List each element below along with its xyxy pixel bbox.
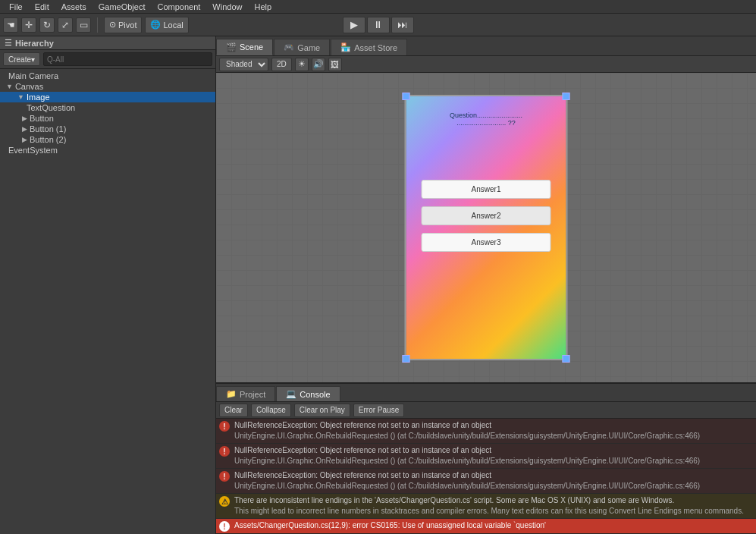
hand-tool-icon[interactable]: ☚ bbox=[3, 17, 18, 33]
scene-tab-icon: 🎬 bbox=[226, 42, 237, 52]
scene-toolbar: Shaded 2D ☀ 🔊 🖼 bbox=[216, 56, 756, 73]
answer1-label: Answer1 bbox=[472, 185, 501, 193]
console-msg-2[interactable]: ! NullReferenceException: Object referen… bbox=[216, 469, 756, 494]
warning-icon-3: ⚠ bbox=[219, 496, 230, 507]
game-canvas: Question........................ .......… bbox=[405, 95, 568, 360]
pivot-icon: ⊙ bbox=[109, 20, 116, 30]
main-layout: ☰ Hierarchy Create ▾ Main Camera ▼ Canva… bbox=[0, 36, 756, 534]
handle-bl[interactable] bbox=[403, 355, 410, 363]
handle-br[interactable] bbox=[563, 355, 570, 363]
hierarchy-items: Main Camera ▼ Canvas ▼ Image TextQuestio… bbox=[0, 69, 215, 534]
hierarchy-icon: ☰ bbox=[5, 38, 12, 48]
console-msg-3[interactable]: ⚠ There are inconsistent line endings in… bbox=[216, 494, 756, 519]
answer2-btn[interactable]: Answer2 bbox=[422, 206, 551, 225]
menu-assets[interactable]: Assets bbox=[55, 2, 93, 12]
clear-on-play-button[interactable]: Clear on Play bbox=[294, 404, 350, 417]
hierarchy-item-button[interactable]: ▶ Button bbox=[0, 113, 215, 124]
menu-gameobject[interactable]: GameObject bbox=[93, 2, 152, 12]
msg-line2-1: UnityEngine.UI.Graphic.OnRebuildRequeste… bbox=[234, 456, 753, 466]
menu-file[interactable]: File bbox=[3, 2, 29, 12]
local-icon: 🌐 bbox=[150, 20, 161, 30]
play-button[interactable]: ▶ bbox=[343, 17, 365, 33]
image-expand-arrow: ▼ bbox=[17, 93, 24, 101]
move-tool-icon[interactable]: ✛ bbox=[21, 17, 36, 33]
hierarchy-item-image[interactable]: ▼ Image bbox=[0, 92, 215, 102]
pivot-button[interactable]: ⊙ Pivot bbox=[104, 17, 142, 33]
msg-line2-3: This might lead to incorrect line number… bbox=[234, 506, 753, 517]
shading-mode-select[interactable]: Shaded bbox=[219, 58, 268, 71]
menu-component[interactable]: Component bbox=[151, 2, 206, 12]
handle-tl[interactable] bbox=[403, 93, 410, 100]
error-pause-button[interactable]: Error Pause bbox=[353, 404, 404, 417]
tab-project[interactable]: 📁 Project bbox=[216, 386, 275, 401]
answer3-label: Answer3 bbox=[472, 238, 501, 247]
create-button[interactable]: Create ▾ bbox=[3, 52, 40, 66]
button1-expand-arrow: ▶ bbox=[22, 125, 27, 133]
bottom-section: 📁 Project 💻 Console Clear Collapse Clear… bbox=[216, 382, 756, 534]
tab-game[interactable]: 🎮 Game bbox=[274, 39, 330, 55]
tabs-bar: 🎬 Scene 🎮 Game 🏪 Asset Store bbox=[216, 36, 756, 56]
msg-line1-2: NullReferenceException: Object reference… bbox=[234, 470, 753, 481]
hierarchy-item-eventsystem[interactable]: EventSystem bbox=[0, 145, 215, 155]
hierarchy-item-canvas[interactable]: ▼ Canvas bbox=[0, 81, 215, 92]
scene-view[interactable]: Question........................ .......… bbox=[216, 73, 756, 382]
answer1-btn[interactable]: Answer1 bbox=[422, 180, 551, 199]
menu-window[interactable]: Window bbox=[206, 2, 248, 12]
button2-expand-arrow: ▶ bbox=[22, 136, 27, 143]
menu-edit[interactable]: Edit bbox=[29, 2, 55, 12]
hierarchy-header: ☰ Hierarchy bbox=[0, 36, 215, 50]
hierarchy-panel: ☰ Hierarchy Create ▾ Main Camera ▼ Canva… bbox=[0, 36, 216, 534]
menu-bar: File Edit Assets GameObject Component Wi… bbox=[0, 0, 756, 14]
console-toolbar: Clear Collapse Clear on Play Error Pause bbox=[216, 402, 756, 419]
console-messages: ! NullReferenceException: Object referen… bbox=[216, 419, 756, 534]
button1-label: Button (1) bbox=[30, 124, 66, 134]
rotate-tool-icon[interactable]: ↻ bbox=[39, 17, 55, 33]
menu-help[interactable]: Help bbox=[248, 2, 278, 12]
local-button[interactable]: 🌐 Local bbox=[145, 17, 188, 33]
msg-line1-4: Assets/ChangerQuestion.cs(12,9): error C… bbox=[234, 520, 753, 531]
canvas-label: Canvas bbox=[15, 82, 43, 91]
hierarchy-item-main-camera[interactable]: Main Camera bbox=[0, 71, 215, 81]
handle-tr[interactable] bbox=[563, 93, 570, 100]
tab-asset-store[interactable]: 🏪 Asset Store bbox=[331, 39, 407, 55]
console-msg-0[interactable]: ! NullReferenceException: Object referen… bbox=[216, 419, 756, 444]
question-line1: Question........................ bbox=[414, 112, 559, 119]
console-icon: 💻 bbox=[286, 389, 296, 399]
collapse-button[interactable]: Collapse bbox=[251, 404, 291, 417]
error-icon-2: ! bbox=[219, 471, 230, 482]
tab-scene[interactable]: 🎬 Scene bbox=[216, 39, 273, 55]
msg-line1-3: There are inconsistent line endings in t… bbox=[234, 495, 753, 506]
2d-mode-button[interactable]: 2D bbox=[271, 58, 292, 71]
rect-tool-icon[interactable]: ▭ bbox=[76, 17, 91, 33]
image-label: Image bbox=[27, 93, 50, 102]
right-content: 🎬 Scene 🎮 Game 🏪 Asset Store Shaded 2D ☀… bbox=[216, 36, 756, 534]
hierarchy-item-textquestion[interactable]: TextQuestion bbox=[0, 102, 215, 113]
eventsystem-label: EventSystem bbox=[8, 146, 58, 155]
msg-line1-0: NullReferenceException: Object reference… bbox=[234, 420, 753, 431]
console-msg-1[interactable]: ! NullReferenceException: Object referen… bbox=[216, 444, 756, 469]
sun-icon[interactable]: ☀ bbox=[295, 58, 309, 71]
audio-icon[interactable]: 🔊 bbox=[312, 58, 325, 71]
play-controls: ▶ ⏸ ⏭ bbox=[343, 17, 414, 33]
game-tab-icon: 🎮 bbox=[284, 42, 294, 52]
pause-button[interactable]: ⏸ bbox=[367, 17, 390, 33]
answer2-label: Answer2 bbox=[472, 212, 501, 220]
error-icon-0: ! bbox=[219, 421, 230, 432]
hierarchy-item-button1[interactable]: ▶ Button (1) bbox=[0, 124, 215, 134]
effects-icon[interactable]: 🖼 bbox=[328, 58, 342, 71]
toolbar: ☚ ✛ ↻ ⤢ ▭ ⊙ Pivot 🌐 Local ▶ ⏸ ⏭ bbox=[0, 14, 756, 36]
answer3-btn[interactable]: Answer3 bbox=[422, 233, 551, 252]
create-arrow-icon: ▾ bbox=[31, 55, 35, 64]
console-msg-4[interactable]: ! Assets/ChangerQuestion.cs(12,9): error… bbox=[216, 519, 756, 534]
tab-console[interactable]: 💻 Console bbox=[276, 386, 340, 401]
clear-button[interactable]: Clear bbox=[219, 404, 248, 417]
hierarchy-search-input[interactable] bbox=[43, 52, 212, 66]
step-button[interactable]: ⏭ bbox=[391, 17, 414, 33]
asset-store-tab-icon: 🏪 bbox=[340, 42, 351, 52]
button-expand-arrow: ▶ bbox=[22, 115, 27, 122]
hierarchy-toolbar: Create ▾ bbox=[0, 50, 215, 69]
scale-tool-icon[interactable]: ⤢ bbox=[58, 17, 73, 33]
bottom-tabs: 📁 Project 💻 Console bbox=[216, 384, 756, 402]
hierarchy-item-button2[interactable]: ▶ Button (2) bbox=[0, 134, 215, 145]
question-line2: .......................... ?? bbox=[414, 119, 559, 127]
